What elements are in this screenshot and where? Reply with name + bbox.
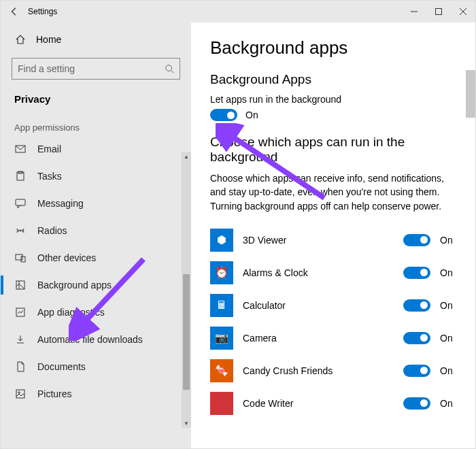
app-toggle[interactable] <box>403 267 430 279</box>
page-heading: Background apps <box>210 37 456 59</box>
app-icon: ⏰ <box>210 261 233 284</box>
app-name: Code Writer <box>243 398 394 409</box>
app-toggle[interactable] <box>403 332 430 344</box>
sidebar-item-label: Other devices <box>37 252 96 263</box>
search-placeholder: Find a setting <box>18 63 165 74</box>
svg-line-3 <box>171 71 174 73</box>
app-row: ⏰Alarms & ClockOn <box>210 256 456 289</box>
sidebar-item-pictures[interactable]: Pictures <box>1 380 191 408</box>
clipboard-icon <box>14 170 27 182</box>
home-icon <box>14 33 27 46</box>
app-icon <box>210 392 233 415</box>
download-icon <box>14 333 27 346</box>
sidebar-item-other-devices[interactable]: Other devices <box>1 244 191 271</box>
section2-title: Choose which apps can run in the backgro… <box>210 135 456 165</box>
app-icon: 🍬 <box>210 359 233 382</box>
section-title: Privacy <box>1 89 191 113</box>
sidebar-item-label: Automatic file downloads <box>37 334 143 345</box>
svg-rect-1 <box>436 9 442 15</box>
sidebar: Home Find a setting Privacy App permissi… <box>1 22 191 448</box>
app-toggle-state: On <box>440 300 456 311</box>
svg-rect-7 <box>16 199 25 205</box>
sidebar-item-documents[interactable]: Documents <box>1 353 191 380</box>
app-name: 3D Viewer <box>243 235 394 246</box>
chat-icon <box>14 197 27 210</box>
main-scrollbar[interactable] <box>466 70 475 118</box>
app-list: ⬢3D ViewerOn⏰Alarms & ClockOn🖩Calculator… <box>210 224 456 420</box>
main-panel: Background apps Background Apps Let apps… <box>191 22 475 448</box>
sidebar-item-radios[interactable]: Radios <box>1 217 191 244</box>
mail-icon <box>14 143 27 155</box>
background-icon <box>14 279 27 291</box>
sidebar-item-automatic-file-downloads[interactable]: Automatic file downloads <box>1 326 191 353</box>
sidebar-nav: EmailTasksMessagingRadiosOther devicesBa… <box>1 135 191 448</box>
sidebar-item-tasks[interactable]: Tasks <box>1 163 191 190</box>
app-toggle[interactable] <box>403 397 430 410</box>
svg-point-8 <box>20 230 22 232</box>
app-name: Calculator <box>243 300 394 311</box>
sidebar-item-background-apps[interactable]: Background apps <box>1 271 191 299</box>
radio-icon <box>14 224 27 237</box>
window-title: Settings <box>28 7 402 16</box>
scroll-up-icon[interactable]: ▲ <box>182 152 191 161</box>
close-button[interactable] <box>451 1 475 22</box>
scroll-thumb[interactable] <box>183 274 190 390</box>
sidebar-item-label: Radios <box>37 225 67 236</box>
app-toggle[interactable] <box>403 234 430 246</box>
app-name: Alarms & Clock <box>243 267 394 278</box>
diagnostics-icon <box>14 306 27 318</box>
sidebar-item-label: Pictures <box>37 388 72 399</box>
devices-icon <box>14 252 27 264</box>
app-toggle-state: On <box>440 365 456 376</box>
svg-point-14 <box>18 392 20 394</box>
back-button[interactable] <box>1 7 28 16</box>
master-toggle-state: On <box>245 110 258 120</box>
scroll-down-icon[interactable]: ▼ <box>182 418 191 428</box>
app-row: ⬢3D ViewerOn <box>210 224 456 256</box>
section2-description: Choose which apps can receive info, send… <box>210 171 455 213</box>
app-name: Candy Crush Friends <box>243 365 394 376</box>
search-icon <box>165 64 174 73</box>
sidebar-item-label: Tasks <box>37 171 62 182</box>
sidebar-home[interactable]: Home <box>1 28 191 51</box>
maximize-button[interactable] <box>426 1 451 22</box>
app-toggle-state: On <box>440 333 456 344</box>
app-row: 🍬Candy Crush FriendsOn <box>210 354 456 387</box>
app-icon: 📷 <box>210 327 233 350</box>
app-row: 📷CameraOn <box>210 322 456 354</box>
sidebar-scrollbar[interactable]: ▲ ▼ <box>182 152 191 428</box>
sidebar-item-label: Background apps <box>37 280 112 290</box>
sidebar-item-messaging[interactable]: Messaging <box>1 190 191 217</box>
app-toggle[interactable] <box>403 299 430 312</box>
document-icon <box>14 361 27 373</box>
section1-title: Background Apps <box>210 72 456 87</box>
group-label: App permissions <box>1 113 191 135</box>
app-toggle-state: On <box>440 398 456 409</box>
sidebar-item-label: Documents <box>37 361 86 372</box>
master-toggle[interactable] <box>210 109 237 121</box>
search-input[interactable]: Find a setting <box>12 58 180 80</box>
titlebar: Settings <box>1 1 475 22</box>
app-icon: 🖩 <box>210 294 233 317</box>
app-toggle-state: On <box>440 267 456 278</box>
app-toggle[interactable] <box>403 365 430 377</box>
app-icon: ⬢ <box>210 229 233 252</box>
svg-point-2 <box>166 65 172 71</box>
sidebar-item-label: App diagnostics <box>37 307 105 318</box>
minimize-button[interactable] <box>402 1 426 22</box>
sidebar-item-email[interactable]: Email <box>1 135 191 163</box>
home-label: Home <box>36 34 61 45</box>
master-toggle-label: Let apps run in the background <box>210 94 456 105</box>
sidebar-item-label: Messaging <box>37 198 84 209</box>
sidebar-item-label: Email <box>37 144 61 154</box>
svg-rect-10 <box>21 256 25 262</box>
picture-icon <box>14 388 27 400</box>
app-toggle-state: On <box>440 235 456 246</box>
app-name: Camera <box>243 333 394 344</box>
sidebar-item-app-diagnostics[interactable]: App diagnostics <box>1 299 191 326</box>
app-row: Code WriterOn <box>210 387 456 420</box>
app-row: 🖩CalculatorOn <box>210 289 456 322</box>
